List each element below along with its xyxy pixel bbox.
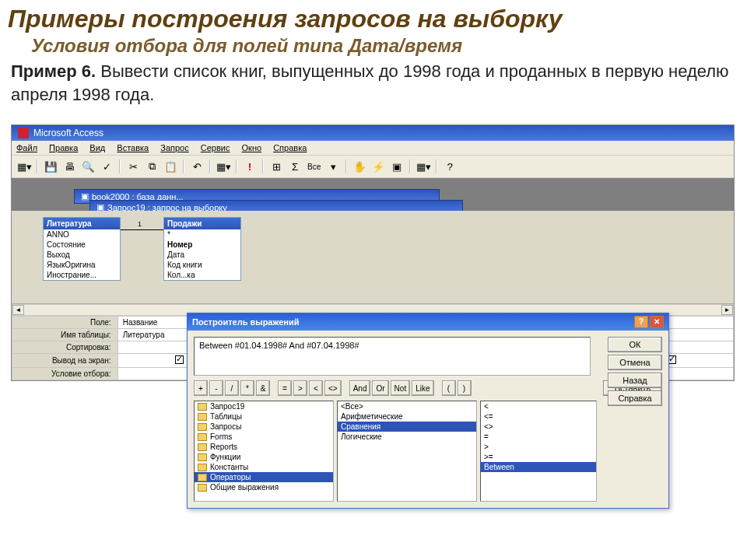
checkbox-icon[interactable] (175, 355, 184, 364)
op-or[interactable]: Or (372, 380, 388, 396)
cancel-button[interactable]: Отмена (608, 355, 662, 370)
print-button[interactable]: 🖶 (61, 159, 77, 174)
field-item[interactable]: Дата (164, 250, 240, 260)
builder-left-pane[interactable]: Запрос19 Таблицы Запросы Forms Reports Ф… (194, 401, 334, 502)
querytype-button[interactable]: ▦▾ (216, 159, 231, 174)
op-eq[interactable]: = (278, 380, 292, 396)
showtable-button[interactable]: ⊞ (268, 159, 284, 174)
builder-right-pane[interactable]: < <= <> = > >= Between (480, 401, 597, 502)
help-button[interactable]: Справка (608, 390, 662, 406)
list-item-selected[interactable]: Сравнения (338, 422, 476, 432)
tree-item[interactable]: Reports (195, 442, 333, 452)
menu-edit[interactable]: Правка (49, 143, 78, 152)
field-item[interactable]: Инострание... (44, 270, 120, 280)
copy-button[interactable]: ⧉ (144, 159, 160, 174)
field-item[interactable]: Кол...ка (164, 270, 240, 280)
field-item[interactable]: * (164, 229, 240, 240)
op-not[interactable]: Not (391, 380, 411, 396)
totals-button[interactable]: Σ (287, 159, 303, 174)
list-item-selected[interactable]: Between (481, 462, 596, 472)
folder-icon (198, 443, 207, 451)
menu-file[interactable]: Файл (16, 143, 37, 152)
toolbar-all-label: Все (306, 163, 322, 171)
op-ne[interactable]: <> (324, 380, 342, 396)
table-prodazhi-header: Продажи (164, 218, 240, 229)
undo-button[interactable]: ↶ (189, 159, 205, 174)
op-lparen[interactable]: ( (442, 380, 456, 396)
close-titlebar-button[interactable]: ✕ (650, 316, 664, 328)
tree-item[interactable]: Таблицы (195, 411, 333, 422)
back-button[interactable]: Назад (608, 373, 662, 388)
field-item[interactable]: Номер (164, 240, 240, 250)
op-lt[interactable]: < (309, 380, 323, 396)
properties-button[interactable]: ✋ (352, 159, 367, 174)
field-item[interactable]: Код книги (164, 260, 240, 270)
newobj-button[interactable]: ▦▾ (416, 159, 431, 174)
ok-button[interactable]: ОК (608, 337, 662, 352)
run-button[interactable]: ! (242, 159, 258, 174)
list-item[interactable]: > (481, 442, 596, 452)
tree-item[interactable]: Запросы (195, 422, 333, 432)
all-dropdown[interactable]: ▾ (325, 159, 341, 174)
menu-insert[interactable]: Вставка (117, 143, 149, 152)
tree-item[interactable]: Запрос19 (195, 401, 333, 411)
op-like[interactable]: Like (412, 380, 433, 396)
tree-item[interactable]: Константы (195, 462, 333, 472)
menu-query[interactable]: Запрос (160, 143, 188, 152)
scroll-left-icon[interactable]: ◄ (12, 305, 24, 315)
help-titlebar-button[interactable]: ? (634, 316, 648, 328)
list-item[interactable]: Логические (338, 432, 476, 442)
table-literatura-header: Литература (44, 218, 120, 229)
list-item[interactable]: >= (481, 452, 596, 462)
menubar[interactable]: Файл Правка Вид Вставка Запрос Сервис Ок… (12, 141, 734, 156)
op-minus[interactable]: - (209, 380, 223, 396)
view-button[interactable]: ▦▾ (16, 159, 32, 174)
menu-help[interactable]: Справка (273, 143, 307, 152)
save-button[interactable]: 💾 (43, 159, 58, 174)
list-item[interactable]: <Все> (338, 401, 476, 411)
tree-item[interactable]: Forms (195, 432, 333, 442)
list-item[interactable]: = (481, 432, 596, 442)
preview-button[interactable]: 🔍 (80, 159, 96, 174)
tree-item[interactable]: Общие выражения (195, 482, 333, 492)
folder-icon (198, 423, 207, 431)
menu-window[interactable]: Окно (242, 143, 262, 152)
builder-mid-pane[interactable]: <Все> Арифметические Сравнения Логически… (337, 401, 477, 502)
list-item[interactable]: Арифметические (338, 411, 476, 422)
list-item[interactable]: <> (481, 422, 596, 432)
help-button[interactable]: ? (442, 159, 458, 174)
builder-button[interactable]: ⚡ (370, 159, 386, 174)
list-item[interactable]: < (481, 401, 596, 411)
paste-button[interactable]: 📋 (163, 159, 178, 174)
table-literatura[interactable]: Литература ANNO Состояние Выход ЯзыкОриг… (43, 217, 121, 281)
op-rparen[interactable]: ) (458, 380, 472, 396)
join-line (121, 229, 163, 230)
scroll-right-icon[interactable]: ► (721, 305, 733, 315)
field-item[interactable]: ANNO (44, 229, 120, 240)
op-gt[interactable]: > (293, 380, 307, 396)
menu-view[interactable]: Вид (89, 143, 105, 152)
field-item[interactable]: ЯзыкОригина (44, 260, 120, 270)
join-label: 1 (138, 220, 142, 228)
field-item[interactable]: Выход (44, 250, 120, 260)
folder-icon (198, 433, 207, 441)
slide-title: Примеры построения запросов на выборку (0, 0, 747, 35)
folder-icon (198, 464, 207, 471)
expression-textarea[interactable]: Between #01.04.1998# And #07.04.1998# (194, 337, 591, 376)
table-prodazhi[interactable]: Продажи * Номер Дата Код книги Кол...ка (163, 217, 241, 281)
op-div[interactable]: / (225, 380, 239, 396)
spell-button[interactable]: ✓ (99, 159, 114, 174)
op-and[interactable]: And (349, 380, 371, 396)
slide-subtitle: Условия отбора для полей типа Дата/время (0, 35, 747, 60)
cut-button[interactable]: ✂ (125, 159, 141, 174)
field-item[interactable]: Состояние (44, 240, 120, 250)
op-amp[interactable]: & (256, 380, 270, 396)
dbwindow-button[interactable]: ▣ (389, 159, 405, 174)
builder-titlebar[interactable]: Построитель выражений ? ✕ (188, 313, 668, 331)
menu-tools[interactable]: Сервис (201, 143, 230, 152)
op-mul[interactable]: * (240, 380, 254, 396)
op-plus[interactable]: + (194, 380, 208, 396)
tree-item[interactable]: Функции (195, 452, 333, 462)
tree-item-selected[interactable]: Операторы (195, 472, 333, 482)
list-item[interactable]: <= (481, 411, 596, 422)
